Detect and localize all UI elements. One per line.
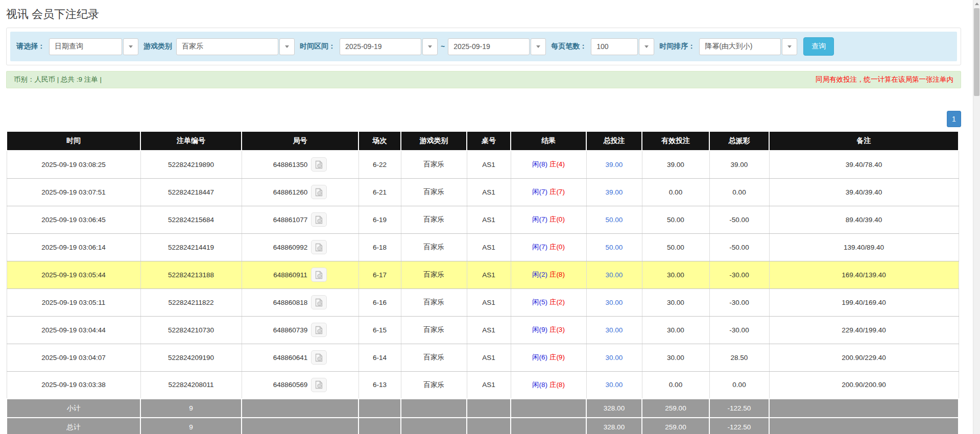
total-bet-link[interactable]: 30.00 xyxy=(606,271,623,279)
video-replay-icon[interactable] xyxy=(311,157,327,172)
cell-payout: -50.00 xyxy=(709,206,769,233)
scrollbar-thumb[interactable] xyxy=(974,8,979,96)
cell-payout: 0.00 xyxy=(709,371,769,399)
cell-result: 闲(7) 庄(0) xyxy=(511,233,586,261)
cell-valid-bet: 0.00 xyxy=(642,178,709,206)
footer-payout: -122.50 xyxy=(709,418,769,434)
round-id-text: 648860641 xyxy=(273,354,308,361)
vertical-scrollbar[interactable] xyxy=(973,0,980,434)
round-id-text: 648860739 xyxy=(273,326,308,334)
page-1-button[interactable]: 1 xyxy=(947,111,961,127)
date-from-input[interactable] xyxy=(340,38,421,55)
date-from-combobox xyxy=(340,38,438,55)
footer-label: 小计 xyxy=(7,399,140,418)
header-round-id: 局号 xyxy=(242,131,358,151)
cell-valid-bet: 30.00 xyxy=(642,261,709,288)
cell-table-no: AS1 xyxy=(467,178,511,206)
total-bet-link[interactable]: 30.00 xyxy=(606,354,623,361)
table-row: 2025-09-19 03:06:14522824214419648860992… xyxy=(7,233,959,261)
cell-bet-id: 522824208011 xyxy=(140,371,242,399)
video-replay-icon[interactable] xyxy=(311,378,327,392)
total-bet-link[interactable]: 30.00 xyxy=(606,381,623,389)
cell-game-type: 百家乐 xyxy=(401,233,467,261)
table-row: 2025-09-19 03:08:25522824219890648861350… xyxy=(7,151,959,178)
result-player: 闲(5) xyxy=(532,298,547,306)
round-id-text: 648861350 xyxy=(273,161,308,168)
query-type-combobox xyxy=(49,38,138,55)
video-replay-icon[interactable] xyxy=(311,212,327,227)
cell-round-id: 648860818 xyxy=(242,288,358,316)
total-bet-link[interactable]: 50.00 xyxy=(606,216,623,224)
result-player: 闲(9) xyxy=(532,326,547,333)
cell-table-no: AS1 xyxy=(467,344,511,371)
chevron-down-icon xyxy=(644,45,649,48)
cell-game-type: 百家乐 xyxy=(401,206,467,233)
video-replay-icon[interactable] xyxy=(311,268,327,282)
date-from-dropdown-button[interactable] xyxy=(422,38,438,55)
cell-time: 2025-09-19 03:08:25 xyxy=(7,151,140,178)
cell-table-no: AS1 xyxy=(467,261,511,288)
total-bet-link[interactable]: 30.00 xyxy=(606,326,623,334)
query-type-dropdown-button[interactable] xyxy=(123,38,138,55)
cell-table-no: AS1 xyxy=(467,316,511,344)
sort-dropdown-button[interactable] xyxy=(782,38,797,55)
game-type-combobox xyxy=(176,38,295,55)
scroll-up-icon[interactable] xyxy=(973,0,980,8)
cell-session: 6-14 xyxy=(358,344,401,371)
footer-empty xyxy=(467,418,511,434)
header-table-no: 桌号 xyxy=(467,131,511,151)
video-replay-icon[interactable] xyxy=(311,350,327,365)
video-replay-icon[interactable] xyxy=(311,323,327,337)
cell-payout: 0.00 xyxy=(709,178,769,206)
video-replay-icon[interactable] xyxy=(311,185,327,199)
table-row: 2025-09-19 03:03:38522824208011648860569… xyxy=(7,371,959,399)
sort-combobox xyxy=(699,38,797,55)
cell-bet-id: 522824213188 xyxy=(140,261,242,288)
cell-game-type: 百家乐 xyxy=(401,371,467,399)
query-type-input[interactable] xyxy=(49,38,122,55)
chevron-down-icon xyxy=(787,45,792,48)
total-bet-link[interactable]: 50.00 xyxy=(606,244,623,251)
game-type-input[interactable] xyxy=(176,38,278,55)
date-to-input[interactable] xyxy=(448,38,530,55)
page-size-input[interactable] xyxy=(591,38,638,55)
footer-empty xyxy=(242,418,358,434)
cell-remark: 139.40/89.40 xyxy=(769,233,959,261)
date-to-dropdown-button[interactable] xyxy=(531,38,546,55)
footer-count: 9 xyxy=(140,399,242,418)
cell-valid-bet: 50.00 xyxy=(642,233,709,261)
video-replay-icon[interactable] xyxy=(311,295,327,309)
cell-total-bet: 39.00 xyxy=(586,178,642,206)
cell-remark: 229.40/199.40 xyxy=(769,316,959,344)
page-size-dropdown-button[interactable] xyxy=(639,38,654,55)
total-bet-link[interactable]: 39.00 xyxy=(606,161,623,168)
pagination: 1 xyxy=(6,111,961,127)
result-player: 闲(8) xyxy=(532,160,547,168)
footer-total-bet: 328.00 xyxy=(586,399,642,418)
total-bet-link[interactable]: 30.00 xyxy=(606,299,623,306)
bet-records-table: 时间 注单编号 局号 场次 游戏类别 桌号 结果 总投注 有效投注 总派彩 备注… xyxy=(6,131,959,434)
cell-valid-bet: 30.00 xyxy=(642,316,709,344)
header-remark: 备注 xyxy=(769,131,959,151)
cell-total-bet: 50.00 xyxy=(586,233,642,261)
cell-time: 2025-09-19 03:04:44 xyxy=(7,316,140,344)
result-banker: 庄(8) xyxy=(549,271,565,278)
cell-total-bet: 50.00 xyxy=(586,206,642,233)
cell-session: 6-15 xyxy=(358,316,401,344)
footer-empty xyxy=(401,399,467,418)
cell-total-bet: 30.00 xyxy=(586,316,642,344)
game-type-dropdown-button[interactable] xyxy=(279,38,295,55)
cell-valid-bet: 30.00 xyxy=(642,288,709,316)
search-button[interactable]: 查询 xyxy=(803,37,834,56)
table-header: 时间 注单编号 局号 场次 游戏类别 桌号 结果 总投注 有效投注 总派彩 备注 xyxy=(7,131,959,151)
video-replay-icon[interactable] xyxy=(311,240,327,254)
cell-time: 2025-09-19 03:04:07 xyxy=(7,344,140,371)
filter-bar: 请选择： 游戏类别 时间区间： ~ 每页笔数： 时间排序： xyxy=(10,32,957,61)
footer-empty xyxy=(401,418,467,434)
header-result: 结果 xyxy=(511,131,586,151)
table-row: 2025-09-19 03:04:07522824209190648860641… xyxy=(7,344,959,371)
footer-empty xyxy=(769,418,959,434)
sort-input[interactable] xyxy=(699,38,781,55)
cell-bet-id: 522824211822 xyxy=(140,288,242,316)
total-bet-link[interactable]: 39.00 xyxy=(606,188,623,196)
